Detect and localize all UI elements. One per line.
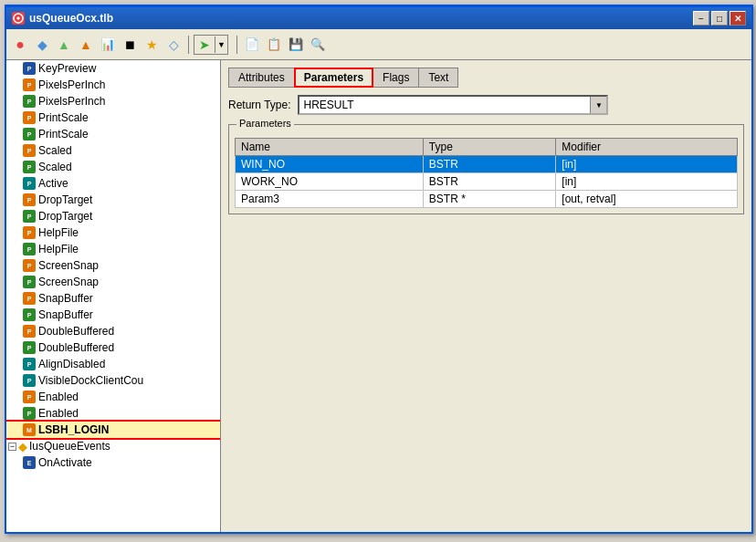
tree-item-screensnap1[interactable]: P ScreenSnap: [6, 257, 220, 274]
tree-item-snapbuffer2[interactable]: P SnapBuffer: [6, 307, 220, 323]
tree-item-droptarget2[interactable]: P DropTarget: [6, 208, 220, 224]
return-type-select[interactable]: HRESULT ▼: [298, 95, 608, 115]
toolbar-star[interactable]: ★: [142, 35, 162, 55]
method-icon: M: [23, 423, 36, 436]
tree-item-enabled1[interactable]: P Enabled: [6, 389, 220, 405]
content-area: P KeyPreview P PixelsPerInch P PixelsPer…: [6, 60, 751, 532]
tab-text[interactable]: Text: [418, 68, 458, 88]
toolbar-binoculars[interactable]: 🔍: [308, 35, 328, 55]
params-group-box: Parameters Name Type Modifier WI: [228, 124, 744, 214]
prop-icon: P: [23, 128, 36, 141]
toolbar-diamond-blue[interactable]: ◆: [32, 35, 52, 55]
prop-icon: P: [23, 407, 36, 420]
row-modifier: [in]: [556, 156, 738, 173]
toolbar-save[interactable]: 💾: [286, 35, 306, 55]
tree-item-lsbh-login[interactable]: M LSBH_LOGIN: [6, 422, 220, 438]
prop-icon: P: [23, 226, 36, 239]
tree-item-label: ScreenSnap: [38, 276, 99, 288]
toolbar-sep-2: [236, 36, 237, 54]
prop-icon: P: [23, 243, 36, 255]
tree-item-keypreview[interactable]: P KeyPreview: [6, 60, 220, 77]
toolbar-barchart[interactable]: 📊: [98, 35, 118, 55]
row-name: Param3: [236, 191, 424, 208]
tree-item-doublebuffered2[interactable]: P DoubleBuffered: [6, 339, 220, 356]
col-name: Name: [236, 139, 424, 156]
minimize-button[interactable]: −: [693, 11, 709, 26]
maximize-button[interactable]: □: [711, 11, 728, 26]
tree-item-label: LSBH_LOGIN: [38, 423, 109, 436]
tree-item-scaled2[interactable]: P Scaled: [6, 159, 220, 175]
col-type: Type: [423, 139, 555, 156]
row-name: WIN_NO: [236, 156, 424, 173]
tree-item-onactivate[interactable]: E OnActivate: [6, 454, 220, 471]
prop-icon: P: [23, 62, 36, 75]
window-title: usQueueOcx.tlb: [29, 12, 113, 25]
tree-item-label: HelpFile: [38, 243, 79, 255]
toolbar-red-circle[interactable]: ●: [10, 35, 30, 55]
toolbar-green-arrow[interactable]: ➤: [194, 35, 215, 55]
toolbar-diamond-outline[interactable]: ◇: [163, 35, 184, 55]
toolbar-layers[interactable]: ◼: [120, 35, 140, 55]
toolbar: ● ◆ ▲ ▲ 📊 ◼ ★ ◇ ➤ ▼ 📄 📋 💾 🔍: [6, 29, 751, 60]
tree-item-active[interactable]: P Active: [6, 175, 220, 192]
tree-item-screensnap2[interactable]: P ScreenSnap: [6, 274, 220, 290]
table-row[interactable]: Param3 BSTR * [out, retval]: [236, 191, 738, 208]
tree-item-printscale1[interactable]: P PrintScale: [6, 109, 220, 126]
tree-item-scaled1[interactable]: P Scaled: [6, 142, 220, 159]
tab-flags[interactable]: Flags: [373, 68, 419, 88]
tree-item-iusqueueevents[interactable]: − ◆ IusQueueEvents: [6, 438, 220, 454]
prop-icon: P: [23, 292, 36, 305]
tree-item-label: OnActivate: [38, 456, 92, 469]
params-group-content: Name Type Modifier WIN_NO BSTR [in]: [229, 125, 743, 214]
return-type-row: Return Type: HRESULT ▼: [228, 95, 744, 115]
table-row[interactable]: WORK_NO BSTR [in]: [236, 173, 738, 191]
tree-item-label: PixelsPerInch: [38, 95, 105, 108]
tree-item-droptarget1[interactable]: P DropTarget: [6, 192, 220, 208]
tree-item-label: SnapBuffer: [38, 308, 93, 321]
toolbar-page[interactable]: 📄: [242, 35, 262, 55]
tree-item-enabled2[interactable]: P Enabled: [6, 405, 220, 422]
toolbar-page2[interactable]: 📋: [264, 35, 284, 55]
prop-icon: P: [23, 210, 36, 223]
tree-item-visibledockclientcou[interactable]: P VisibleDockClientCou: [6, 372, 220, 389]
right-panel: Attributes Parameters Flags Text Return …: [221, 60, 751, 532]
collapse-icon[interactable]: −: [8, 443, 16, 451]
toolbar-triangle-orange[interactable]: ▲: [76, 35, 96, 55]
tree-item-label: PrintScale: [38, 111, 89, 124]
tab-parameters[interactable]: Parameters: [294, 68, 373, 88]
main-window: usQueueOcx.tlb − □ ✕ ● ◆ ▲ ▲ 📊 ◼ ★ ◇ ➤ ▼…: [5, 5, 753, 534]
interface-icon: ◆: [18, 440, 27, 453]
tree-item-doublebuffered1[interactable]: P DoubleBuffered: [6, 323, 220, 339]
return-type-dropdown-arrow[interactable]: ▼: [590, 97, 606, 113]
tree-view: P KeyPreview P PixelsPerInch P PixelsPer…: [6, 60, 220, 532]
prop-icon: P: [23, 308, 36, 321]
tree-item-printscale2[interactable]: P PrintScale: [6, 126, 220, 142]
row-type: BSTR: [423, 173, 555, 191]
prop-icon: P: [23, 276, 36, 288]
prop-icon: P: [23, 78, 36, 91]
prop-icon: P: [23, 374, 36, 387]
tree-item-pixelsperinch1[interactable]: P PixelsPerInch: [6, 77, 220, 93]
close-button[interactable]: ✕: [730, 11, 746, 26]
tree-item-aligndisabled[interactable]: P AlignDisabled: [6, 356, 220, 372]
prop-icon: P: [23, 358, 36, 370]
prop-icon: P: [23, 177, 36, 190]
tab-attributes[interactable]: Attributes: [228, 68, 295, 88]
toolbar-dropdown-group[interactable]: ➤ ▼: [194, 35, 228, 55]
tree-item-label: KeyPreview: [38, 62, 96, 75]
toolbar-triangle-green[interactable]: ▲: [54, 35, 74, 55]
prop-icon: P: [23, 144, 36, 157]
table-row[interactable]: WIN_NO BSTR [in]: [236, 156, 738, 173]
toolbar-dropdown-arrow[interactable]: ▼: [215, 40, 227, 49]
tree-item-label: DropTarget: [38, 210, 92, 223]
params-table-header: Name Type Modifier: [236, 139, 738, 156]
left-panel: P KeyPreview P PixelsPerInch P PixelsPer…: [6, 60, 221, 532]
tree-item-label: VisibleDockClientCou: [38, 374, 143, 387]
return-type-value: HRESULT: [299, 97, 590, 113]
tree-item-helpfile1[interactable]: P HelpFile: [6, 224, 220, 241]
params-group-title: Parameters: [236, 118, 294, 129]
prop-icon: P: [23, 259, 36, 272]
tree-item-helpfile2[interactable]: P HelpFile: [6, 241, 220, 257]
tree-item-snapbuffer1[interactable]: P SnapBuffer: [6, 290, 220, 307]
tree-item-pixelsperinch2[interactable]: P PixelsPerInch: [6, 93, 220, 109]
